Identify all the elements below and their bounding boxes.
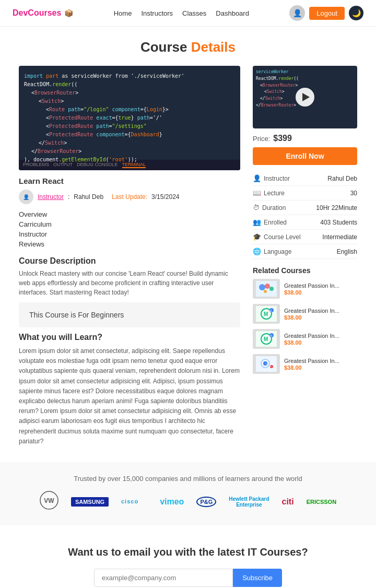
svg-point-3 xyxy=(269,287,274,291)
related-name-2: Greatest Passion In... xyxy=(284,307,357,314)
info-enrolled-label: Enrolled xyxy=(264,219,287,226)
author-avatar: 👤 xyxy=(19,190,33,204)
avatar-icon: 👤 xyxy=(293,9,302,17)
info-level-label: Course Level xyxy=(264,233,301,241)
play-button[interactable] xyxy=(296,88,314,107)
related-name-1: Greatest Passion In... xyxy=(284,282,357,289)
nav-right: 👤 Logout 🌙 xyxy=(289,5,363,21)
related-info-1: Greatest Passion In... $38.00 xyxy=(284,282,357,296)
info-instructor: 👤Instructor Rahul Deb xyxy=(253,171,357,186)
nav-classes[interactable]: Classes xyxy=(182,9,206,17)
related-price-4: $38.00 xyxy=(284,364,357,371)
related-thumb-4 xyxy=(253,354,280,374)
svg-point-2 xyxy=(265,284,270,289)
separator: : xyxy=(68,193,69,201)
nav-overview[interactable]: Overview xyxy=(19,209,240,219)
logout-button[interactable]: Logout xyxy=(309,7,345,20)
related-item-4[interactable]: Greatest Passion In... $38.00 xyxy=(253,354,357,374)
learn-title: What you will Learn? xyxy=(19,333,240,342)
info-enrolled-value: 403 Students xyxy=(320,219,357,226)
vimeo-logo: vimeo xyxy=(160,497,184,507)
enrolled-icon: 👥 xyxy=(253,218,261,226)
svg-text:E: E xyxy=(270,309,272,312)
page-title-highlight: Details xyxy=(191,39,236,55)
duration-icon: ⏱ xyxy=(253,204,260,211)
svg-text:VW: VW xyxy=(44,497,54,504)
author-row: 👤 Instructor : Rahul Deb Last Update: 3/… xyxy=(19,190,240,204)
info-enrolled: 👥Enrolled 403 Students xyxy=(253,215,357,230)
highlight-box: This Course is For Beginners xyxy=(19,302,240,327)
trusted-section: Trusted by over 15,000 companies and mil… xyxy=(0,462,376,525)
nav-dashboard[interactable]: Dashboard xyxy=(216,9,249,17)
cisco-logo: cisco xyxy=(121,496,147,508)
course-image: import part as serviceWorker from './ser… xyxy=(19,66,240,170)
info-lecture-value: 30 xyxy=(350,190,357,197)
related-info-4: Greatest Passion In... $38.00 xyxy=(284,357,357,371)
related-item-1[interactable]: Greatest Passion In... $38.00 xyxy=(253,279,357,299)
content-wrapper: import part as serviceWorker from './ser… xyxy=(0,66,376,446)
nav-links: Home Instructors Classes Dashboard xyxy=(114,9,249,17)
last-update-label: Last Update: xyxy=(112,193,147,201)
nav-home[interactable]: Home xyxy=(114,9,132,17)
related-name-3: Greatest Passion In... xyxy=(284,332,357,339)
svg-text:M: M xyxy=(264,311,268,317)
info-language-value: English xyxy=(337,248,357,255)
related-thumb-3: M R xyxy=(253,329,280,349)
related-item-2[interactable]: M E Greatest Passion In... $38.00 xyxy=(253,304,357,324)
nav-reviews[interactable]: Reviews xyxy=(19,239,240,249)
related-price-2: $38.00 xyxy=(284,314,357,321)
enroll-button[interactable]: Enroll Now xyxy=(253,147,357,165)
brand-icon: 📦 xyxy=(64,9,73,17)
instructor-icon: 👤 xyxy=(253,174,261,182)
last-update-date: 3/15/2024 xyxy=(151,193,179,201)
nav-carriculum[interactable]: Carriculum xyxy=(19,219,240,229)
instructor-label: Instructor xyxy=(38,193,64,201)
svg-point-4 xyxy=(264,290,267,293)
email-form: Subscribe xyxy=(94,569,282,587)
related-price-3: $38.00 xyxy=(284,339,357,346)
info-lecture-label: Lecture xyxy=(264,190,285,197)
trusted-text: Trusted by over 15,000 companies and mil… xyxy=(19,475,357,483)
price-value: $399 xyxy=(273,134,292,143)
right-column: serviceWorker ReactDOM.render(( <Browser… xyxy=(253,66,357,446)
info-lecture: 📖Lecture 30 xyxy=(253,186,357,201)
email-section: Want us to email you with the latest IT … xyxy=(0,525,376,588)
svg-text:M: M xyxy=(264,336,268,342)
related-image-2: M E xyxy=(256,306,277,322)
info-instructor-value: Rahul Deb xyxy=(327,175,357,182)
video-thumbnail[interactable]: serviceWorker ReactDOM.render(( <Browser… xyxy=(253,66,357,128)
description-title: Course Description xyxy=(19,256,240,266)
info-instructor-label: Instructor xyxy=(264,175,290,182)
vw-logo: VW xyxy=(40,491,58,513)
avatar[interactable]: 👤 xyxy=(289,5,305,21)
info-language-label: Language xyxy=(264,248,291,255)
highlight-text: This Course is For Beginners xyxy=(29,311,124,319)
theme-toggle-button[interactable]: 🌙 xyxy=(349,6,363,20)
related-image-1 xyxy=(256,281,277,297)
svg-point-1 xyxy=(259,284,265,290)
info-duration-label: Duration xyxy=(262,204,286,211)
related-item-3[interactable]: M R Greatest Passion In... $38.00 xyxy=(253,329,357,349)
ericsson-logo: ERICSSON xyxy=(307,499,336,505)
related-image-4 xyxy=(256,356,277,372)
related-name-4: Greatest Passion In... xyxy=(284,357,357,364)
subscribe-button[interactable]: Subscribe xyxy=(233,569,282,587)
related-image-3: M R xyxy=(256,331,277,347)
course-title: Learn React xyxy=(19,177,240,185)
related-info-3: Greatest Passion In... $38.00 xyxy=(284,332,357,346)
samsung-logo: SAMSUNG xyxy=(71,497,109,507)
email-input[interactable] xyxy=(94,569,233,587)
related-thumb-1 xyxy=(253,279,280,299)
related-thumb-2: M E xyxy=(253,304,280,324)
citi-logo: citi xyxy=(282,497,294,507)
pg-logo: P&G xyxy=(196,497,216,507)
info-level: 🎓Course Level Intermediate xyxy=(253,230,357,244)
nav-instructor[interactable]: Instructor xyxy=(19,229,240,239)
svg-text:cisco: cisco xyxy=(121,498,138,504)
related-price-1: $38.00 xyxy=(284,289,357,296)
brand[interactable]: DevCourses 📦 xyxy=(13,8,73,18)
info-level-value: Intermediate xyxy=(322,233,357,241)
nav-instructors[interactable]: Instructors xyxy=(141,9,173,17)
language-icon: 🌐 xyxy=(253,248,261,255)
related-info-2: Greatest Passion In... $38.00 xyxy=(284,307,357,321)
